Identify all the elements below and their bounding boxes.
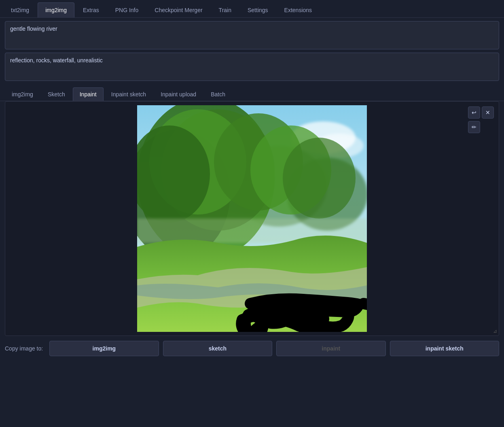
- canvas-toolbar-row2: ✏: [468, 121, 494, 133]
- copy-to-inpaint-button[interactable]: inpaint: [276, 341, 385, 356]
- sub-tab-batch[interactable]: Batch: [204, 87, 232, 101]
- tab-checkpoint-merger[interactable]: Checkpoint Merger: [147, 2, 210, 17]
- resize-handle[interactable]: ⊿: [493, 328, 497, 334]
- sub-tab-img2img[interactable]: img2img: [5, 87, 40, 101]
- tab-png-info[interactable]: PNG Info: [108, 2, 146, 17]
- sub-tab-sketch[interactable]: Sketch: [41, 87, 72, 101]
- tab-settings[interactable]: Settings: [240, 2, 276, 17]
- negative-prompt[interactable]: reflection, rocks, waterfall, unrealisti…: [5, 53, 499, 81]
- svg-point-14: [283, 138, 356, 219]
- inpaint-mask: [241, 299, 367, 332]
- tab-img2img[interactable]: img2img: [38, 2, 74, 17]
- tab-train[interactable]: Train: [211, 2, 239, 17]
- clear-button[interactable]: ✕: [482, 106, 494, 119]
- canvas-toolbar-row1: ↩ ✕: [468, 106, 494, 119]
- canvas-toolbar: ↩ ✕ ✏: [468, 106, 494, 133]
- copy-to-img2img-button[interactable]: img2img: [49, 341, 159, 356]
- sub-tab-inpaint-sketch[interactable]: Inpaint sketch: [104, 87, 153, 101]
- sub-tab-inpaint[interactable]: Inpaint: [73, 87, 104, 101]
- positive-prompt[interactable]: gentle flowing river: [5, 21, 499, 49]
- canvas-area[interactable]: ↩ ✕ ✏ ⊿: [5, 101, 499, 336]
- landscape-image: [137, 105, 367, 332]
- sub-tabs: img2img Sketch Inpaint Inpaint sketch In…: [0, 87, 504, 101]
- tab-extensions[interactable]: Extensions: [277, 2, 320, 17]
- canvas-image-wrap: [137, 105, 367, 332]
- tab-txt2img[interactable]: txt2img: [3, 2, 37, 17]
- prompt-section: gentle flowing river reflection, rocks, …: [0, 18, 504, 86]
- sub-tab-inpaint-upload[interactable]: Inpaint upload: [154, 87, 203, 101]
- undo-button[interactable]: ↩: [468, 106, 480, 119]
- tab-extras[interactable]: Extras: [75, 2, 107, 17]
- copy-label: Copy image to:: [5, 345, 43, 352]
- copy-to-inpaint-sketch-button[interactable]: inpaint sketch: [390, 341, 499, 356]
- copy-section: Copy image to: img2img sketch inpaint in…: [0, 336, 504, 361]
- edit-button[interactable]: ✏: [468, 121, 480, 133]
- copy-to-sketch-button[interactable]: sketch: [163, 341, 272, 356]
- nav-tabs: txt2img img2img Extras PNG Info Checkpoi…: [0, 0, 504, 18]
